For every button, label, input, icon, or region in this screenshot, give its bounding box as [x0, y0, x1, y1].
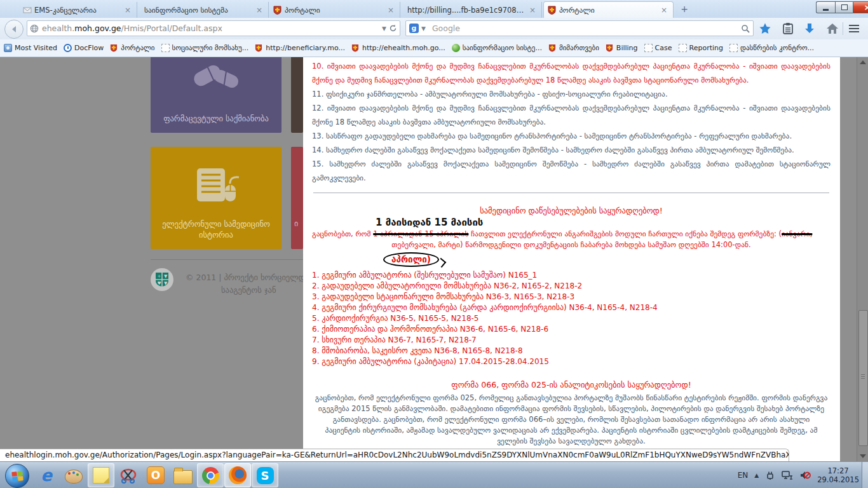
- taskbar-firefox-button[interactable]: [224, 463, 251, 487]
- scrollbar-thumb[interactable]: [858, 310, 868, 446]
- network-icon[interactable]: [782, 470, 793, 480]
- tab-close-icon[interactable]: ×: [123, 6, 133, 15]
- tab-portal-1[interactable]: პორტალი ×: [269, 2, 400, 18]
- power-plug-icon[interactable]: [765, 470, 775, 480]
- bookmark-reporting[interactable]: Reporting: [679, 44, 723, 52]
- firefox-icon: [229, 466, 247, 484]
- bookmark-portal[interactable]: პორტალი: [110, 44, 154, 52]
- taskbar-ie-button[interactable]: e: [33, 463, 60, 487]
- bookmark-referrals[interactable]: მიმართვები: [548, 44, 599, 52]
- tab-close-icon[interactable]: ×: [386, 6, 396, 15]
- bookmark-case[interactable]: Case: [644, 44, 672, 52]
- bookmark-beneficiary[interactable]: http://beneficiary.mo...: [255, 44, 345, 52]
- bookmark-label: DocFlow: [74, 44, 104, 52]
- tab-close-icon[interactable]: ×: [659, 6, 669, 15]
- bookmark-star-button[interactable]: [757, 21, 773, 36]
- status-link-popup: ehealthlogin.moh.gov.ge/Authorization/Pa…: [0, 449, 789, 461]
- page-scrollbar[interactable]: [857, 57, 868, 461]
- bookmark-social-service[interactable]: სოციალური მომსახუ...: [161, 44, 249, 52]
- tab-strip: EMS-კანცელარია × საინფორმაციო სისტემა × …: [0, 0, 868, 18]
- search-engine-dropdown-icon[interactable]: ▼: [419, 25, 428, 32]
- date: 29.04.2015: [817, 475, 859, 484]
- georgia-crest-icon: [606, 44, 614, 52]
- bookmark-attendance[interactable]: დასწრების კონტრო...: [729, 44, 814, 52]
- tab-portal-active[interactable]: პორტალი ×: [543, 1, 674, 18]
- bookmark-label: საინფორმაციო სისტე...: [463, 44, 542, 52]
- taskbar-explorer-button[interactable]: [170, 463, 196, 487]
- internet-explorer-icon: e: [41, 466, 52, 484]
- struck-dates: 1 აპრილიდან 15 აპრილის: [373, 229, 468, 238]
- tray-expand-icon[interactable]: ▲: [754, 472, 759, 478]
- tile-label: ელექტრონული სამედიცინოისტორია: [151, 219, 281, 240]
- new-tab-button[interactable]: +: [676, 4, 693, 15]
- svg-text:+: +: [158, 274, 161, 279]
- georgia-crest-icon: [110, 44, 118, 52]
- sticky-note-icon: [93, 467, 109, 484]
- tile-label-fragment: ი: [294, 219, 298, 228]
- tab-close-icon[interactable]: ×: [254, 6, 264, 15]
- notice2-heading: ფორმა 066, ფორმა 025-ის ანალიტიკოსების ს…: [312, 380, 831, 390]
- restore-button[interactable]: [835, 1, 853, 13]
- back-arrow-icon: [10, 25, 18, 33]
- start-button[interactable]: [5, 464, 29, 488]
- bookmark-infosystem[interactable]: საინფორმაციო სისტე...: [452, 44, 542, 52]
- bookmark-label: მიმართვები: [559, 44, 599, 52]
- bookmark-billing[interactable]: Billing: [606, 44, 638, 52]
- home-button[interactable]: [825, 21, 840, 36]
- tab-title: http://billing....fb-ba9e1c970803: [405, 6, 527, 15]
- muted-speaker-icon[interactable]: [799, 470, 811, 480]
- bookmarks-bar: Most Visited DocFlow პორტალი სოციალური მ…: [0, 39, 868, 57]
- show-desktop-button[interactable]: [862, 462, 868, 488]
- home-icon: [826, 23, 839, 34]
- globe-icon: [30, 24, 39, 33]
- page-viewport: ფარმაცევტული საქმიანობა ელექტრონული სამე…: [0, 57, 868, 461]
- language-indicator[interactable]: EN: [738, 471, 749, 480]
- bookmark-label: http://beneficiary.mo...: [266, 44, 345, 52]
- tab-title: საინფორმაციო სისტემა: [142, 6, 254, 15]
- chrome-icon: [202, 467, 219, 484]
- bookmark-ehealth[interactable]: http://ehealth.moh.go...: [351, 44, 445, 52]
- taskbar-paint-button[interactable]: [60, 463, 87, 487]
- clock[interactable]: 17:27 29.04.2015: [817, 466, 859, 484]
- bookmark-most-visited[interactable]: Most Visited: [4, 44, 57, 52]
- scrollbar-down-arrow[interactable]: [857, 451, 868, 461]
- close-button[interactable]: ×: [853, 1, 868, 13]
- navigation-toolbar: ehealth.moh.gov.ge/Hmis/Portal/Default.a…: [0, 18, 868, 40]
- docflow-clock-icon: [64, 44, 72, 52]
- taskbar-skype-button[interactable]: S: [252, 463, 278, 487]
- scrollbar-up-arrow[interactable]: [857, 57, 868, 67]
- forms-list-item: 2. გადაუდებელი ამბულატორიული მომსახურება…: [312, 281, 831, 292]
- tile-pharmacy: ფარმაცევტული საქმიანობა: [151, 57, 281, 133]
- search-bar[interactable]: g ▼: [405, 20, 754, 36]
- minimize-button[interactable]: [816, 1, 835, 13]
- menu-button[interactable]: [846, 21, 862, 36]
- toolbar-separator: [843, 22, 843, 35]
- scissors-icon: [119, 466, 137, 484]
- taskbar-sticky-notes-button[interactable]: [88, 463, 114, 487]
- forms-list-item: 9. გეგმიური ამბულატორია (კაპიტაცია) 17.0…: [312, 356, 831, 367]
- taskbar-snipping-tool-button[interactable]: [115, 463, 142, 487]
- default-bookmark-icon: [729, 44, 738, 52]
- bookmark-docflow[interactable]: DocFlow: [64, 44, 104, 52]
- downloads-button[interactable]: [802, 21, 817, 36]
- url-bar[interactable]: ehealth.moh.gov.ge/Hmis/Portal/Default.a…: [27, 20, 400, 36]
- tab-close-icon[interactable]: ×: [527, 6, 538, 15]
- tile-partial-brown: [291, 57, 303, 133]
- handwritten-correction-dates: 1 მაისიდან 15 მაისის: [376, 217, 831, 228]
- bookmarks-menu-button[interactable]: [780, 21, 796, 36]
- url-dropdown-icon[interactable]: ▼: [379, 25, 389, 32]
- back-button[interactable]: [4, 20, 24, 39]
- tile-partial-red: ი: [291, 147, 303, 249]
- search-magnifier-icon[interactable]: [741, 24, 750, 33]
- search-input[interactable]: [431, 23, 741, 34]
- taskbar-outlook-button[interactable]: O: [142, 463, 169, 487]
- announcement-panel: 10. იშვიათი დაავადებების მქონე და მუდმივ…: [303, 57, 840, 461]
- svg-text:▼: ▼: [164, 281, 168, 286]
- taskbar-chrome-button[interactable]: [197, 463, 224, 487]
- tab-infosystem[interactable]: საინფორმაციო სისტემა ×: [138, 2, 269, 18]
- reload-icon[interactable]: [389, 24, 397, 32]
- handwritten-circle-annotation: აპრილი): [383, 252, 831, 269]
- tab-billing[interactable]: http://billing....fb-ba9e1c970803 ×: [401, 2, 542, 18]
- list-item: 12. იშვიათი დაავადებების მქონე და მუდმივ…: [312, 101, 831, 129]
- tab-ems[interactable]: EMS-კანცელარია ×: [19, 2, 137, 18]
